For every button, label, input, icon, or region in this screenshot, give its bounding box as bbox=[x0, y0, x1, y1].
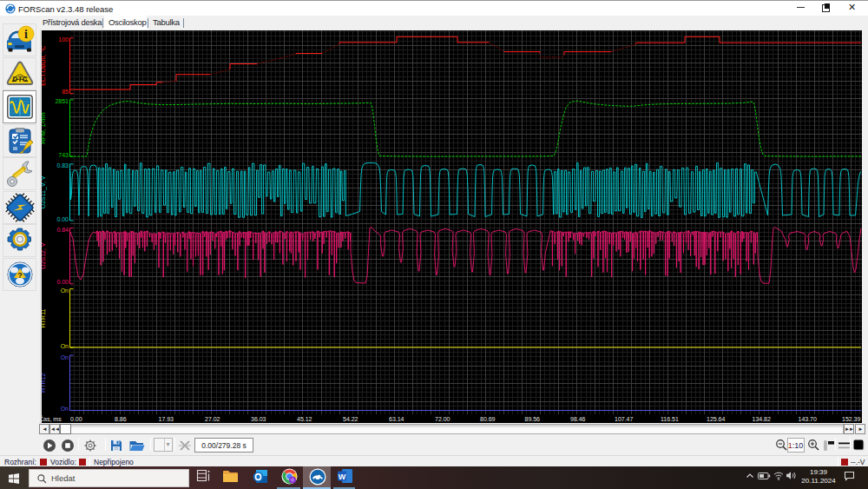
svg-text:17.93: 17.93 bbox=[159, 416, 174, 422]
svg-text:W: W bbox=[339, 472, 346, 481]
svg-text:116.51: 116.51 bbox=[661, 416, 679, 422]
svg-text:89.56: 89.56 bbox=[525, 416, 541, 422]
svg-text:80.69: 80.69 bbox=[480, 416, 496, 422]
svg-text:8.86: 8.86 bbox=[115, 416, 127, 422]
svg-text:On: On bbox=[61, 343, 69, 349]
svg-text:125.64: 125.64 bbox=[707, 416, 726, 422]
svg-text:On: On bbox=[61, 287, 69, 294]
svg-text:98.46: 98.46 bbox=[570, 416, 586, 422]
svg-text:100: 100 bbox=[58, 36, 69, 43]
svg-text:743: 743 bbox=[58, 152, 69, 158]
svg-text:54.22: 54.22 bbox=[343, 416, 358, 422]
svg-text:HTR12: HTR12 bbox=[42, 373, 47, 393]
svg-text:On: On bbox=[61, 406, 69, 412]
svg-text:45.12: 45.12 bbox=[297, 416, 312, 422]
svg-text:HTR11: HTR11 bbox=[42, 308, 47, 327]
svg-text:107.47: 107.47 bbox=[615, 416, 634, 422]
svg-text:0.00: 0.00 bbox=[56, 279, 69, 285]
svg-text:Čas, ms: Čas, ms bbox=[42, 415, 62, 422]
svg-text:63.14: 63.14 bbox=[389, 416, 404, 422]
svg-text:?: ? bbox=[17, 271, 23, 280]
svg-text:0.83: 0.83 bbox=[56, 162, 69, 169]
svg-text:i: i bbox=[24, 28, 28, 41]
svg-text:72.00: 72.00 bbox=[435, 416, 450, 422]
svg-text:0.00: 0.00 bbox=[56, 216, 69, 222]
svg-text:36.03: 36.03 bbox=[251, 416, 266, 422]
svg-text:RPM, 1/min: RPM, 1/min bbox=[42, 112, 47, 144]
svg-text:134.82: 134.82 bbox=[753, 416, 772, 422]
svg-text:0.84: 0.84 bbox=[56, 227, 69, 233]
svg-text:152.39: 152.39 bbox=[842, 416, 861, 422]
svg-text:DTC: DTC bbox=[11, 75, 28, 83]
svg-text:143.70: 143.70 bbox=[799, 416, 818, 422]
svg-text:27.02: 27.02 bbox=[205, 416, 220, 422]
svg-text:2851: 2851 bbox=[55, 98, 69, 104]
svg-text:O2S12, V: O2S12, V bbox=[42, 242, 47, 269]
svg-text:On: On bbox=[61, 354, 69, 360]
svg-text:ECT.OBDII, °C: ECT.OBDII, °C bbox=[42, 46, 47, 86]
svg-text:85: 85 bbox=[62, 89, 69, 95]
svg-text:0.00: 0.00 bbox=[70, 416, 82, 422]
